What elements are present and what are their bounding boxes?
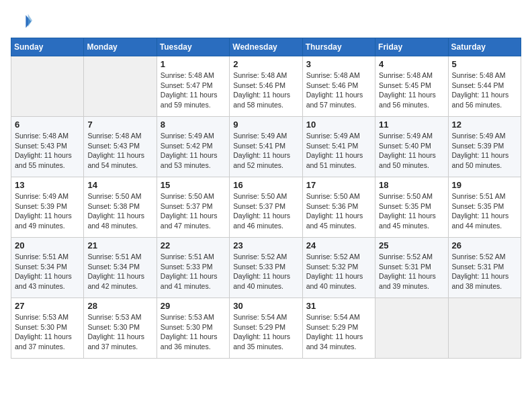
- day-info: Sunrise: 5:49 AM Sunset: 5:39 PM Dayligh…: [15, 191, 80, 231]
- day-info: Sunrise: 5:51 AM Sunset: 5:33 PM Dayligh…: [161, 252, 226, 291]
- calendar-cell: 31Sunrise: 5:54 AM Sunset: 5:29 PM Dayli…: [302, 298, 375, 359]
- calendar-cell: 10Sunrise: 5:49 AM Sunset: 5:41 PM Dayli…: [302, 117, 375, 177]
- calendar-cell: 13Sunrise: 5:49 AM Sunset: 5:39 PM Dayli…: [11, 177, 84, 238]
- calendar-cell: 23Sunrise: 5:52 AM Sunset: 5:33 PM Dayli…: [230, 238, 302, 298]
- day-info: Sunrise: 5:51 AM Sunset: 5:34 PM Dayligh…: [15, 252, 80, 291]
- day-number: 5: [452, 59, 517, 69]
- day-info: Sunrise: 5:49 AM Sunset: 5:41 PM Dayligh…: [233, 131, 298, 171]
- calendar-body: 1Sunrise: 5:48 AM Sunset: 5:47 PM Daylig…: [11, 56, 521, 359]
- calendar-week-5: 27Sunrise: 5:53 AM Sunset: 5:30 PM Dayli…: [11, 298, 521, 359]
- weekday-header-monday: Monday: [84, 38, 157, 56]
- calendar-week-1: 1Sunrise: 5:48 AM Sunset: 5:47 PM Daylig…: [11, 56, 521, 117]
- day-number: 7: [87, 120, 152, 130]
- calendar-cell: [448, 298, 521, 359]
- day-number: 28: [87, 301, 152, 311]
- weekday-header-thursday: Thursday: [302, 38, 375, 56]
- page-header: [11, 11, 521, 32]
- day-info: Sunrise: 5:48 AM Sunset: 5:44 PM Dayligh…: [452, 71, 517, 110]
- calendar-cell: 19Sunrise: 5:51 AM Sunset: 5:35 PM Dayli…: [448, 177, 521, 238]
- calendar-cell: [84, 56, 157, 117]
- calendar-cell: 3Sunrise: 5:48 AM Sunset: 5:46 PM Daylig…: [302, 56, 375, 117]
- day-info: Sunrise: 5:51 AM Sunset: 5:34 PM Dayligh…: [87, 252, 152, 291]
- day-number: 24: [306, 240, 371, 250]
- calendar-week-3: 13Sunrise: 5:49 AM Sunset: 5:39 PM Dayli…: [11, 177, 521, 238]
- weekday-header-tuesday: Tuesday: [157, 38, 229, 56]
- day-number: 16: [233, 180, 298, 190]
- day-number: 2: [233, 59, 298, 69]
- day-number: 10: [306, 120, 371, 130]
- calendar-cell: [375, 298, 448, 359]
- day-number: 9: [233, 120, 298, 130]
- calendar-cell: 4Sunrise: 5:48 AM Sunset: 5:45 PM Daylig…: [375, 56, 448, 117]
- day-info: Sunrise: 5:54 AM Sunset: 5:29 PM Dayligh…: [233, 312, 298, 352]
- day-info: Sunrise: 5:53 AM Sunset: 5:30 PM Dayligh…: [15, 312, 80, 352]
- calendar-cell: [11, 56, 84, 117]
- day-number: 17: [306, 180, 371, 190]
- day-number: 12: [452, 120, 517, 130]
- day-info: Sunrise: 5:50 AM Sunset: 5:37 PM Dayligh…: [233, 191, 298, 231]
- day-number: 31: [306, 301, 371, 311]
- day-number: 13: [15, 180, 80, 190]
- day-number: 8: [161, 120, 226, 130]
- day-number: 15: [161, 180, 226, 190]
- day-info: Sunrise: 5:49 AM Sunset: 5:40 PM Dayligh…: [379, 131, 444, 171]
- calendar-cell: 2Sunrise: 5:48 AM Sunset: 5:46 PM Daylig…: [230, 56, 302, 117]
- day-number: 21: [87, 240, 152, 250]
- day-info: Sunrise: 5:52 AM Sunset: 5:31 PM Dayligh…: [379, 252, 444, 291]
- calendar-cell: 22Sunrise: 5:51 AM Sunset: 5:33 PM Dayli…: [157, 238, 229, 298]
- weekday-header-friday: Friday: [375, 38, 448, 56]
- day-number: 22: [161, 240, 226, 250]
- day-info: Sunrise: 5:51 AM Sunset: 5:35 PM Dayligh…: [452, 191, 517, 231]
- day-number: 26: [452, 240, 517, 250]
- calendar-cell: 18Sunrise: 5:50 AM Sunset: 5:35 PM Dayli…: [375, 177, 448, 238]
- calendar-cell: 7Sunrise: 5:48 AM Sunset: 5:43 PM Daylig…: [84, 117, 157, 177]
- day-number: 14: [87, 180, 152, 190]
- day-info: Sunrise: 5:49 AM Sunset: 5:41 PM Dayligh…: [306, 131, 371, 171]
- day-info: Sunrise: 5:48 AM Sunset: 5:46 PM Dayligh…: [233, 71, 298, 110]
- calendar-cell: 15Sunrise: 5:50 AM Sunset: 5:37 PM Dayli…: [157, 177, 229, 238]
- weekday-header-sunday: Sunday: [11, 38, 84, 56]
- day-number: 23: [233, 240, 298, 250]
- day-info: Sunrise: 5:50 AM Sunset: 5:38 PM Dayligh…: [87, 191, 152, 231]
- day-number: 11: [379, 120, 444, 130]
- day-info: Sunrise: 5:48 AM Sunset: 5:43 PM Dayligh…: [87, 131, 152, 171]
- calendar-cell: 27Sunrise: 5:53 AM Sunset: 5:30 PM Dayli…: [11, 298, 84, 359]
- calendar-week-4: 20Sunrise: 5:51 AM Sunset: 5:34 PM Dayli…: [11, 238, 521, 298]
- day-number: 30: [233, 301, 298, 311]
- calendar-table: SundayMondayTuesdayWednesdayThursdayFrid…: [11, 38, 521, 359]
- calendar-cell: 21Sunrise: 5:51 AM Sunset: 5:34 PM Dayli…: [84, 238, 157, 298]
- calendar-cell: 26Sunrise: 5:52 AM Sunset: 5:31 PM Dayli…: [448, 238, 521, 298]
- weekday-header-row: SundayMondayTuesdayWednesdayThursdayFrid…: [11, 38, 521, 56]
- day-info: Sunrise: 5:52 AM Sunset: 5:32 PM Dayligh…: [306, 252, 371, 291]
- weekday-header-saturday: Saturday: [448, 38, 521, 56]
- logo-icon: [11, 11, 32, 32]
- calendar-cell: 5Sunrise: 5:48 AM Sunset: 5:44 PM Daylig…: [448, 56, 521, 117]
- calendar-cell: 25Sunrise: 5:52 AM Sunset: 5:31 PM Dayli…: [375, 238, 448, 298]
- day-info: Sunrise: 5:52 AM Sunset: 5:31 PM Dayligh…: [452, 252, 517, 291]
- calendar-cell: 6Sunrise: 5:48 AM Sunset: 5:43 PM Daylig…: [11, 117, 84, 177]
- day-number: 27: [15, 301, 80, 311]
- calendar-header: SundayMondayTuesdayWednesdayThursdayFrid…: [11, 38, 521, 56]
- day-number: 18: [379, 180, 444, 190]
- day-info: Sunrise: 5:52 AM Sunset: 5:33 PM Dayligh…: [233, 252, 298, 291]
- day-number: 19: [452, 180, 517, 190]
- day-info: Sunrise: 5:54 AM Sunset: 5:29 PM Dayligh…: [306, 312, 371, 352]
- calendar-cell: 11Sunrise: 5:49 AM Sunset: 5:40 PM Dayli…: [375, 117, 448, 177]
- day-info: Sunrise: 5:49 AM Sunset: 5:42 PM Dayligh…: [161, 131, 226, 171]
- calendar-cell: 1Sunrise: 5:48 AM Sunset: 5:47 PM Daylig…: [157, 56, 229, 117]
- day-number: 4: [379, 59, 444, 69]
- day-number: 1: [161, 59, 226, 69]
- calendar-cell: 14Sunrise: 5:50 AM Sunset: 5:38 PM Dayli…: [84, 177, 157, 238]
- calendar-cell: 24Sunrise: 5:52 AM Sunset: 5:32 PM Dayli…: [302, 238, 375, 298]
- day-info: Sunrise: 5:50 AM Sunset: 5:35 PM Dayligh…: [379, 191, 444, 231]
- day-info: Sunrise: 5:49 AM Sunset: 5:39 PM Dayligh…: [452, 131, 517, 171]
- svg-marker-1: [28, 14, 32, 27]
- day-number: 3: [306, 59, 371, 69]
- calendar-cell: 30Sunrise: 5:54 AM Sunset: 5:29 PM Dayli…: [230, 298, 302, 359]
- calendar-cell: 20Sunrise: 5:51 AM Sunset: 5:34 PM Dayli…: [11, 238, 84, 298]
- day-info: Sunrise: 5:48 AM Sunset: 5:45 PM Dayligh…: [379, 71, 444, 110]
- day-info: Sunrise: 5:48 AM Sunset: 5:43 PM Dayligh…: [15, 131, 80, 171]
- day-number: 20: [15, 240, 80, 250]
- calendar-cell: 29Sunrise: 5:53 AM Sunset: 5:30 PM Dayli…: [157, 298, 229, 359]
- day-number: 29: [161, 301, 226, 311]
